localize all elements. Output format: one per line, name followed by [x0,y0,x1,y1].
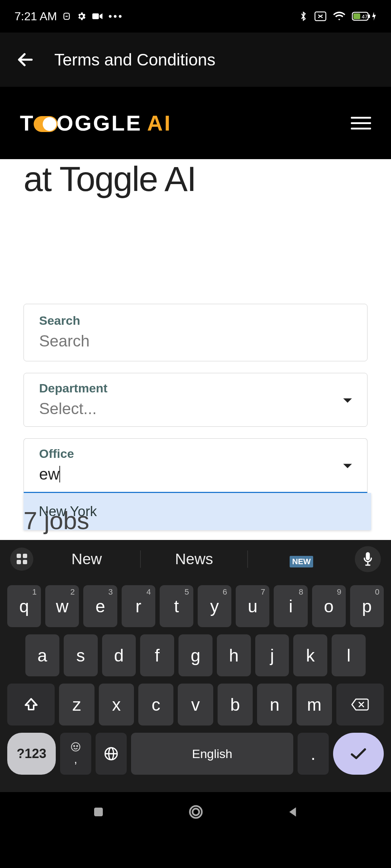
key-f[interactable]: f [140,634,174,676]
toggle-ai-logo: T OGGLE AI [20,111,172,136]
keyboard-row-4: ?123 , English . [4,733,387,775]
office-input[interactable]: ew [39,465,352,483]
key-h[interactable]: h [217,634,251,676]
key-r[interactable]: r4 [122,585,155,627]
department-placeholder: Select... [39,400,352,418]
emoji-comma-key[interactable]: , [60,733,91,775]
key-e[interactable]: e3 [83,585,117,627]
back-button[interactable] [14,49,36,71]
key-b[interactable]: b [218,684,253,726]
keyboard-suggestion-bar: New News NEW [0,540,391,578]
video-camera-icon [92,12,103,21]
svg-point-13 [74,745,75,746]
backspace-key[interactable] [336,684,384,726]
recent-apps-button[interactable] [92,805,105,818]
app-header: Terms and Conditions [0,33,391,87]
keyboard: q1w2e3r4t5y6u7i8o9p0 asdfghjkl zxcvbnm ?… [0,578,391,792]
key-n[interactable]: n [257,684,292,726]
wifi-icon [333,11,345,21]
bluetooth-icon [299,10,308,22]
language-key[interactable] [96,733,127,775]
key-v[interactable]: v [178,684,213,726]
svg-rect-2 [92,13,99,19]
logo-ai: AI [147,111,172,136]
battery-icon: 47 [352,11,377,21]
office-field[interactable]: Office ew [24,438,367,493]
status-right: 47 [299,10,377,22]
symbols-key[interactable]: ?123 [7,733,56,775]
key-u[interactable]: u7 [236,585,269,627]
key-m[interactable]: m [297,684,332,726]
search-field[interactable]: Search Search [24,304,367,361]
office-label: Office [39,447,352,461]
back-triangle-icon [287,806,299,818]
hamburger-menu-button[interactable] [351,117,371,129]
key-s[interactable]: s [64,634,98,676]
key-o[interactable]: o9 [312,585,346,627]
key-y[interactable]: y6 [198,585,231,627]
svg-point-19 [190,806,202,818]
key-w[interactable]: w2 [45,585,79,627]
svg-text:47: 47 [362,13,368,20]
key-z[interactable]: z [59,684,94,726]
key-d[interactable]: d [102,634,136,676]
brand-bar: T OGGLE AI [0,87,391,159]
arrow-left-icon [16,50,35,69]
status-left: 7:21 AM ••• [14,10,123,23]
key-i[interactable]: i8 [274,585,307,627]
home-button[interactable] [188,804,204,820]
main-content: at Toggle AI Search Search Department Se… [0,159,391,540]
space-key[interactable]: English [131,733,293,775]
svg-rect-18 [94,808,103,816]
clipboard-grid-button[interactable] [10,548,33,571]
status-bar: 7:21 AM ••• 47 [0,0,391,33]
globe-icon [104,746,118,761]
key-c[interactable]: c [138,684,173,726]
jobs-count: 7 jobs [24,506,89,535]
suggestion-new-badge[interactable]: NEW [252,550,350,568]
key-a[interactable]: a [25,634,59,676]
svg-point-12 [71,743,80,751]
home-circle-icon [188,804,204,820]
enter-key[interactable] [333,733,384,775]
search-placeholder: Search [39,332,352,350]
keyboard-row-3: zxcvbnm [4,684,387,726]
key-k[interactable]: k [293,634,327,676]
chevron-down-icon [342,463,353,471]
text-cursor [59,466,60,482]
emoji-icon [71,742,81,752]
shift-key[interactable] [7,684,55,726]
status-time: 7:21 AM [14,10,57,23]
voice-input-button[interactable] [355,546,381,572]
svg-point-14 [77,745,78,746]
backspace-icon [351,698,369,711]
comma-char: , [74,753,77,766]
key-j[interactable]: j [255,634,289,676]
app-indicator-icon [62,12,71,21]
shift-icon [24,697,39,712]
suggestion-new[interactable]: New [38,550,136,568]
key-x[interactable]: x [99,684,134,726]
svg-rect-6 [369,14,370,18]
key-g[interactable]: g [178,634,213,676]
key-p[interactable]: p0 [350,585,384,627]
key-t[interactable]: t5 [160,585,193,627]
heading-at-toggle-ai: at Toggle AI [24,159,367,199]
back-nav-button[interactable] [287,806,299,818]
keyboard-row-2: asdfghjkl [4,634,387,676]
period-key[interactable]: . [298,733,329,775]
keyboard-row-1: q1w2e3r4t5y6u7i8o9p0 [4,585,387,627]
svg-rect-9 [366,552,370,560]
key-q[interactable]: q1 [7,585,41,627]
page-title: Terms and Conditions [54,50,215,69]
more-dots-icon: ••• [108,10,123,22]
key-l[interactable]: l [332,634,366,676]
new-badge: NEW [290,556,313,567]
department-field[interactable]: Department Select... [24,373,367,427]
check-icon [350,747,367,760]
logo-toggle-icon [34,116,58,132]
department-label: Department [39,381,352,395]
svg-point-20 [193,809,199,815]
suggestion-news[interactable]: News [145,550,243,568]
logo-t: T [20,111,35,136]
